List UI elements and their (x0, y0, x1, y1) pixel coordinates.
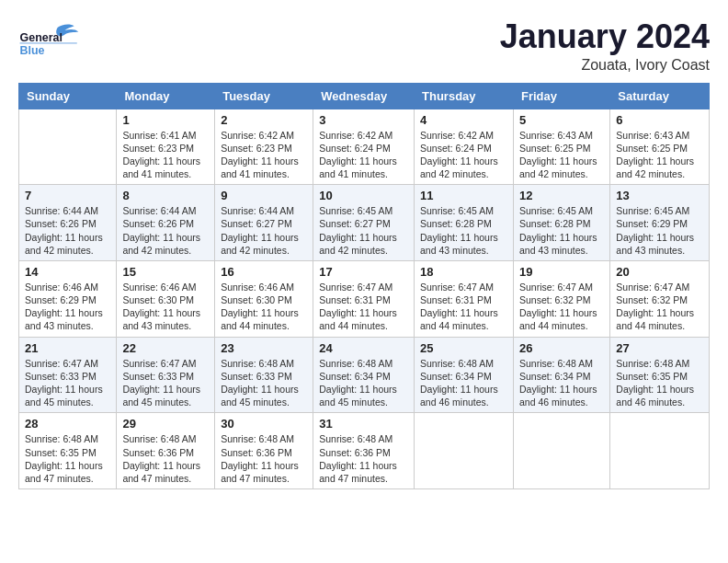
col-friday: Friday (513, 83, 609, 109)
day-info: Sunrise: 6:42 AM Sunset: 6:24 PM Dayligh… (420, 129, 507, 181)
day-info: Sunrise: 6:45 AM Sunset: 6:29 PM Dayligh… (616, 204, 703, 257)
calendar-row: 28Sunrise: 6:48 AM Sunset: 6:35 PM Dayli… (19, 413, 710, 489)
table-row: 22Sunrise: 6:47 AM Sunset: 6:33 PM Dayli… (117, 337, 215, 413)
day-info: Sunrise: 6:43 AM Sunset: 6:25 PM Dayligh… (616, 129, 703, 181)
col-tuesday: Tuesday (215, 83, 313, 109)
day-number: 31 (319, 417, 408, 431)
day-info: Sunrise: 6:48 AM Sunset: 6:35 PM Dayligh… (25, 432, 110, 485)
day-info: Sunrise: 6:48 AM Sunset: 6:36 PM Dayligh… (221, 432, 307, 485)
table-row: 8Sunrise: 6:44 AM Sunset: 6:26 PM Daylig… (117, 185, 215, 261)
table-row: 6Sunrise: 6:43 AM Sunset: 6:25 PM Daylig… (610, 109, 710, 185)
col-sunday: Sunday (19, 83, 117, 109)
day-number: 19 (519, 265, 604, 279)
table-row: 7Sunrise: 6:44 AM Sunset: 6:26 PM Daylig… (19, 185, 117, 261)
table-row: 10Sunrise: 6:45 AM Sunset: 6:27 PM Dayli… (313, 185, 415, 261)
col-wednesday: Wednesday (313, 83, 415, 109)
day-info: Sunrise: 6:47 AM Sunset: 6:31 PM Dayligh… (420, 281, 507, 333)
table-row: 21Sunrise: 6:47 AM Sunset: 6:33 PM Dayli… (19, 337, 117, 413)
day-number: 27 (616, 341, 703, 355)
day-number: 16 (221, 265, 307, 279)
table-row (513, 413, 609, 489)
day-number: 7 (25, 189, 110, 202)
logo: General Blue (18, 18, 83, 64)
day-number: 3 (319, 113, 408, 127)
title-block: January 2024 Zouata, Ivory Coast (500, 18, 710, 74)
table-row: 3Sunrise: 6:42 AM Sunset: 6:24 PM Daylig… (313, 109, 415, 185)
table-row: 1Sunrise: 6:41 AM Sunset: 6:23 PM Daylig… (117, 109, 215, 185)
day-number: 30 (221, 417, 307, 431)
day-number: 5 (519, 113, 604, 127)
table-row: 18Sunrise: 6:47 AM Sunset: 6:31 PM Dayli… (415, 260, 514, 337)
day-info: Sunrise: 6:46 AM Sunset: 6:30 PM Dayligh… (122, 281, 209, 333)
table-row: 14Sunrise: 6:46 AM Sunset: 6:29 PM Dayli… (19, 260, 117, 337)
day-number: 24 (319, 341, 408, 355)
day-info: Sunrise: 6:48 AM Sunset: 6:35 PM Dayligh… (616, 357, 703, 409)
day-info: Sunrise: 6:46 AM Sunset: 6:29 PM Dayligh… (25, 281, 110, 333)
table-row: 27Sunrise: 6:48 AM Sunset: 6:35 PM Dayli… (610, 337, 710, 413)
table-row: 5Sunrise: 6:43 AM Sunset: 6:25 PM Daylig… (513, 109, 609, 185)
day-info: Sunrise: 6:43 AM Sunset: 6:25 PM Dayligh… (519, 129, 604, 181)
calendar-row: 14Sunrise: 6:46 AM Sunset: 6:29 PM Dayli… (19, 260, 710, 337)
day-info: Sunrise: 6:44 AM Sunset: 6:26 PM Dayligh… (122, 204, 209, 257)
day-number: 8 (122, 189, 209, 202)
day-info: Sunrise: 6:48 AM Sunset: 6:36 PM Dayligh… (122, 432, 209, 485)
day-info: Sunrise: 6:48 AM Sunset: 6:36 PM Dayligh… (319, 432, 408, 485)
table-row (19, 109, 117, 185)
table-row: 12Sunrise: 6:45 AM Sunset: 6:28 PM Dayli… (513, 185, 609, 261)
day-number: 26 (519, 341, 604, 355)
day-info: Sunrise: 6:47 AM Sunset: 6:33 PM Dayligh… (122, 357, 209, 409)
header: General Blue January 2024 Zouata, Ivory … (18, 18, 710, 74)
svg-text:General: General (20, 31, 63, 44)
svg-text:Blue: Blue (20, 44, 45, 57)
day-number: 29 (122, 417, 209, 431)
table-row: 15Sunrise: 6:46 AM Sunset: 6:30 PM Dayli… (117, 260, 215, 337)
day-number: 20 (616, 265, 703, 279)
table-row: 9Sunrise: 6:44 AM Sunset: 6:27 PM Daylig… (215, 185, 313, 261)
day-number: 12 (519, 189, 604, 202)
day-info: Sunrise: 6:44 AM Sunset: 6:27 PM Dayligh… (221, 204, 307, 257)
table-row: 23Sunrise: 6:48 AM Sunset: 6:33 PM Dayli… (215, 337, 313, 413)
day-info: Sunrise: 6:47 AM Sunset: 6:33 PM Dayligh… (25, 357, 110, 409)
day-info: Sunrise: 6:47 AM Sunset: 6:32 PM Dayligh… (616, 281, 703, 333)
table-row: 13Sunrise: 6:45 AM Sunset: 6:29 PM Dayli… (610, 185, 710, 261)
day-number: 22 (122, 341, 209, 355)
day-number: 2 (221, 113, 307, 127)
day-number: 13 (616, 189, 703, 202)
day-number: 25 (420, 341, 507, 355)
col-monday: Monday (117, 83, 215, 109)
day-number: 28 (25, 417, 110, 431)
day-info: Sunrise: 6:44 AM Sunset: 6:26 PM Dayligh… (25, 204, 110, 257)
table-row: 26Sunrise: 6:48 AM Sunset: 6:34 PM Dayli… (513, 337, 609, 413)
day-number: 23 (221, 341, 307, 355)
day-number: 14 (25, 265, 110, 279)
calendar-row: 7Sunrise: 6:44 AM Sunset: 6:26 PM Daylig… (19, 185, 710, 261)
day-info: Sunrise: 6:48 AM Sunset: 6:34 PM Dayligh… (319, 357, 408, 409)
day-info: Sunrise: 6:45 AM Sunset: 6:27 PM Dayligh… (319, 204, 408, 257)
table-row: 30Sunrise: 6:48 AM Sunset: 6:36 PM Dayli… (215, 413, 313, 489)
table-row: 16Sunrise: 6:46 AM Sunset: 6:30 PM Dayli… (215, 260, 313, 337)
table-row: 31Sunrise: 6:48 AM Sunset: 6:36 PM Dayli… (313, 413, 415, 489)
table-row: 19Sunrise: 6:47 AM Sunset: 6:32 PM Dayli… (513, 260, 609, 337)
day-number: 21 (25, 341, 110, 355)
day-number: 15 (122, 265, 209, 279)
day-info: Sunrise: 6:48 AM Sunset: 6:33 PM Dayligh… (221, 357, 307, 409)
day-number: 17 (319, 265, 408, 279)
col-saturday: Saturday (610, 83, 710, 109)
table-row: 20Sunrise: 6:47 AM Sunset: 6:32 PM Dayli… (610, 260, 710, 337)
calendar-row: 21Sunrise: 6:47 AM Sunset: 6:33 PM Dayli… (19, 337, 710, 413)
table-row: 4Sunrise: 6:42 AM Sunset: 6:24 PM Daylig… (415, 109, 514, 185)
main-title: January 2024 (500, 18, 710, 55)
table-row (415, 413, 514, 489)
logo-image: General Blue (18, 18, 83, 64)
subtitle: Zouata, Ivory Coast (500, 57, 710, 74)
day-number: 10 (319, 189, 408, 202)
header-row: Sunday Monday Tuesday Wednesday Thursday… (19, 83, 710, 109)
day-number: 4 (420, 113, 507, 127)
table-row: 17Sunrise: 6:47 AM Sunset: 6:31 PM Dayli… (313, 260, 415, 337)
day-info: Sunrise: 6:47 AM Sunset: 6:32 PM Dayligh… (519, 281, 604, 333)
table-row: 11Sunrise: 6:45 AM Sunset: 6:28 PM Dayli… (415, 185, 514, 261)
day-number: 6 (616, 113, 703, 127)
day-info: Sunrise: 6:48 AM Sunset: 6:34 PM Dayligh… (420, 357, 507, 409)
calendar-row: 1Sunrise: 6:41 AM Sunset: 6:23 PM Daylig… (19, 109, 710, 185)
day-info: Sunrise: 6:46 AM Sunset: 6:30 PM Dayligh… (221, 281, 307, 333)
